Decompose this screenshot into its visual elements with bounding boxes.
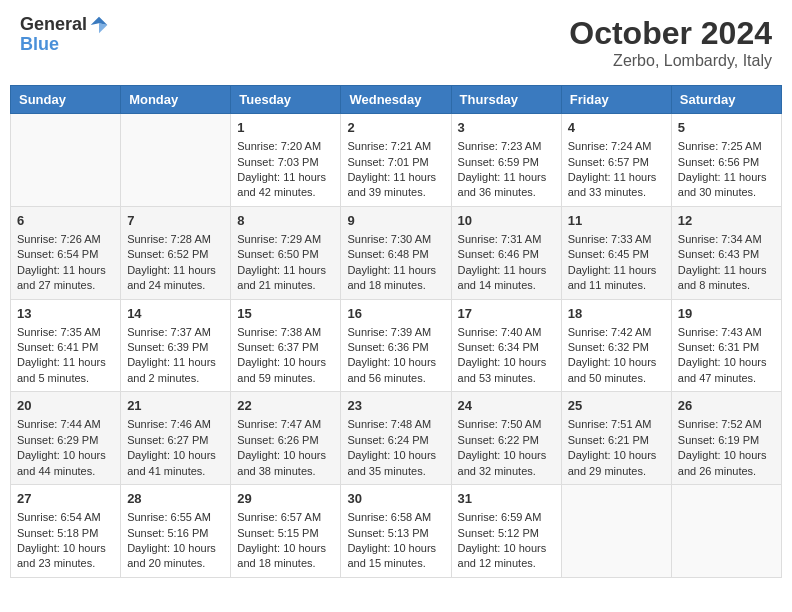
day-number: 4: [568, 119, 665, 137]
calendar-body: 1Sunrise: 7:20 AMSunset: 7:03 PMDaylight…: [11, 114, 782, 578]
calendar-cell: 16Sunrise: 7:39 AMSunset: 6:36 PMDayligh…: [341, 299, 451, 392]
calendar-cell: 30Sunrise: 6:58 AMSunset: 5:13 PMDayligh…: [341, 485, 451, 578]
day-number: 20: [17, 397, 114, 415]
day-info: Sunrise: 7:39 AMSunset: 6:36 PMDaylight:…: [347, 325, 444, 387]
calendar-cell: 17Sunrise: 7:40 AMSunset: 6:34 PMDayligh…: [451, 299, 561, 392]
location-title: Zerbo, Lombardy, Italy: [569, 52, 772, 70]
day-number: 18: [568, 305, 665, 323]
day-info: Sunrise: 7:50 AMSunset: 6:22 PMDaylight:…: [458, 417, 555, 479]
calendar-cell: 28Sunrise: 6:55 AMSunset: 5:16 PMDayligh…: [121, 485, 231, 578]
weekday-header-friday: Friday: [561, 86, 671, 114]
day-number: 15: [237, 305, 334, 323]
logo-blue-text: Blue: [20, 34, 59, 54]
day-number: 12: [678, 212, 775, 230]
day-info: Sunrise: 7:33 AMSunset: 6:45 PMDaylight:…: [568, 232, 665, 294]
day-number: 29: [237, 490, 334, 508]
day-number: 21: [127, 397, 224, 415]
day-number: 11: [568, 212, 665, 230]
calendar-cell: 9Sunrise: 7:30 AMSunset: 6:48 PMDaylight…: [341, 206, 451, 299]
day-number: 27: [17, 490, 114, 508]
calendar-cell: 15Sunrise: 7:38 AMSunset: 6:37 PMDayligh…: [231, 299, 341, 392]
day-info: Sunrise: 7:42 AMSunset: 6:32 PMDaylight:…: [568, 325, 665, 387]
day-number: 28: [127, 490, 224, 508]
day-info: Sunrise: 7:20 AMSunset: 7:03 PMDaylight:…: [237, 139, 334, 201]
calendar-cell: 5Sunrise: 7:25 AMSunset: 6:56 PMDaylight…: [671, 114, 781, 207]
weekday-header-wednesday: Wednesday: [341, 86, 451, 114]
calendar-cell: [561, 485, 671, 578]
day-info: Sunrise: 7:21 AMSunset: 7:01 PMDaylight:…: [347, 139, 444, 201]
day-info: Sunrise: 7:28 AMSunset: 6:52 PMDaylight:…: [127, 232, 224, 294]
logo-icon: [89, 15, 109, 35]
day-number: 17: [458, 305, 555, 323]
calendar-cell: [671, 485, 781, 578]
weekday-header-monday: Monday: [121, 86, 231, 114]
calendar-cell: 27Sunrise: 6:54 AMSunset: 5:18 PMDayligh…: [11, 485, 121, 578]
day-number: 31: [458, 490, 555, 508]
svg-marker-1: [99, 23, 107, 33]
weekday-header-thursday: Thursday: [451, 86, 561, 114]
calendar-cell: 2Sunrise: 7:21 AMSunset: 7:01 PMDaylight…: [341, 114, 451, 207]
day-number: 10: [458, 212, 555, 230]
weekday-header-saturday: Saturday: [671, 86, 781, 114]
calendar-week-row: 6Sunrise: 7:26 AMSunset: 6:54 PMDaylight…: [11, 206, 782, 299]
day-info: Sunrise: 7:48 AMSunset: 6:24 PMDaylight:…: [347, 417, 444, 479]
day-number: 7: [127, 212, 224, 230]
calendar-cell: 29Sunrise: 6:57 AMSunset: 5:15 PMDayligh…: [231, 485, 341, 578]
calendar-table: SundayMondayTuesdayWednesdayThursdayFrid…: [10, 85, 782, 578]
calendar-week-row: 13Sunrise: 7:35 AMSunset: 6:41 PMDayligh…: [11, 299, 782, 392]
day-info: Sunrise: 7:40 AMSunset: 6:34 PMDaylight:…: [458, 325, 555, 387]
day-info: Sunrise: 6:59 AMSunset: 5:12 PMDaylight:…: [458, 510, 555, 572]
day-number: 16: [347, 305, 444, 323]
calendar-cell: 7Sunrise: 7:28 AMSunset: 6:52 PMDaylight…: [121, 206, 231, 299]
day-number: 14: [127, 305, 224, 323]
calendar-cell: 21Sunrise: 7:46 AMSunset: 6:27 PMDayligh…: [121, 392, 231, 485]
day-info: Sunrise: 6:54 AMSunset: 5:18 PMDaylight:…: [17, 510, 114, 572]
day-info: Sunrise: 6:55 AMSunset: 5:16 PMDaylight:…: [127, 510, 224, 572]
day-info: Sunrise: 7:43 AMSunset: 6:31 PMDaylight:…: [678, 325, 775, 387]
calendar-cell: 25Sunrise: 7:51 AMSunset: 6:21 PMDayligh…: [561, 392, 671, 485]
calendar-cell: 1Sunrise: 7:20 AMSunset: 7:03 PMDaylight…: [231, 114, 341, 207]
day-info: Sunrise: 7:38 AMSunset: 6:37 PMDaylight:…: [237, 325, 334, 387]
calendar-header-row: SundayMondayTuesdayWednesdayThursdayFrid…: [11, 86, 782, 114]
day-info: Sunrise: 7:47 AMSunset: 6:26 PMDaylight:…: [237, 417, 334, 479]
day-number: 22: [237, 397, 334, 415]
day-number: 9: [347, 212, 444, 230]
day-number: 1: [237, 119, 334, 137]
day-info: Sunrise: 6:57 AMSunset: 5:15 PMDaylight:…: [237, 510, 334, 572]
day-info: Sunrise: 7:24 AMSunset: 6:57 PMDaylight:…: [568, 139, 665, 201]
logo: General Blue: [20, 15, 109, 55]
calendar-cell: 24Sunrise: 7:50 AMSunset: 6:22 PMDayligh…: [451, 392, 561, 485]
day-info: Sunrise: 7:31 AMSunset: 6:46 PMDaylight:…: [458, 232, 555, 294]
weekday-header-sunday: Sunday: [11, 86, 121, 114]
day-info: Sunrise: 7:23 AMSunset: 6:59 PMDaylight:…: [458, 139, 555, 201]
day-info: Sunrise: 7:37 AMSunset: 6:39 PMDaylight:…: [127, 325, 224, 387]
calendar-cell: 6Sunrise: 7:26 AMSunset: 6:54 PMDaylight…: [11, 206, 121, 299]
day-info: Sunrise: 7:51 AMSunset: 6:21 PMDaylight:…: [568, 417, 665, 479]
day-info: Sunrise: 6:58 AMSunset: 5:13 PMDaylight:…: [347, 510, 444, 572]
calendar-cell: 13Sunrise: 7:35 AMSunset: 6:41 PMDayligh…: [11, 299, 121, 392]
calendar-cell: 19Sunrise: 7:43 AMSunset: 6:31 PMDayligh…: [671, 299, 781, 392]
day-number: 5: [678, 119, 775, 137]
calendar-cell: 20Sunrise: 7:44 AMSunset: 6:29 PMDayligh…: [11, 392, 121, 485]
calendar-cell: [11, 114, 121, 207]
calendar-cell: 4Sunrise: 7:24 AMSunset: 6:57 PMDaylight…: [561, 114, 671, 207]
calendar-cell: 14Sunrise: 7:37 AMSunset: 6:39 PMDayligh…: [121, 299, 231, 392]
day-number: 2: [347, 119, 444, 137]
day-info: Sunrise: 7:46 AMSunset: 6:27 PMDaylight:…: [127, 417, 224, 479]
day-number: 23: [347, 397, 444, 415]
day-number: 19: [678, 305, 775, 323]
calendar-week-row: 1Sunrise: 7:20 AMSunset: 7:03 PMDaylight…: [11, 114, 782, 207]
day-number: 6: [17, 212, 114, 230]
calendar-cell: 31Sunrise: 6:59 AMSunset: 5:12 PMDayligh…: [451, 485, 561, 578]
calendar-week-row: 20Sunrise: 7:44 AMSunset: 6:29 PMDayligh…: [11, 392, 782, 485]
calendar-cell: 10Sunrise: 7:31 AMSunset: 6:46 PMDayligh…: [451, 206, 561, 299]
calendar-cell: 26Sunrise: 7:52 AMSunset: 6:19 PMDayligh…: [671, 392, 781, 485]
day-number: 30: [347, 490, 444, 508]
logo-general-text: General: [20, 15, 87, 35]
calendar-cell: 22Sunrise: 7:47 AMSunset: 6:26 PMDayligh…: [231, 392, 341, 485]
day-number: 25: [568, 397, 665, 415]
day-number: 13: [17, 305, 114, 323]
day-info: Sunrise: 7:25 AMSunset: 6:56 PMDaylight:…: [678, 139, 775, 201]
day-info: Sunrise: 7:30 AMSunset: 6:48 PMDaylight:…: [347, 232, 444, 294]
day-info: Sunrise: 7:52 AMSunset: 6:19 PMDaylight:…: [678, 417, 775, 479]
